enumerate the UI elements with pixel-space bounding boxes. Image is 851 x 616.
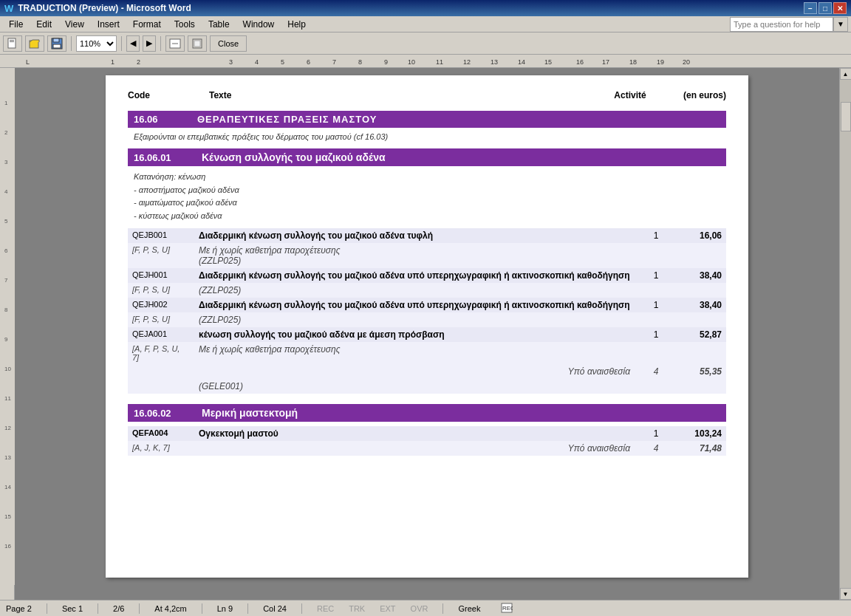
- row-activity: [638, 283, 674, 298]
- toolbar-new-button[interactable]: [3, 35, 22, 52]
- row-activity: 1: [638, 426, 674, 441]
- row-price: 103,24: [674, 426, 726, 441]
- row-code: QEJA001: [128, 327, 194, 342]
- row-text: Ογκεκτομή μαστού: [194, 426, 638, 441]
- scroll-up-button[interactable]: ▲: [840, 68, 852, 80]
- menubar: File Edit View Insert Format Tools Table…: [0, 16, 851, 32]
- scroll-track[interactable]: [840, 80, 852, 588]
- main-area: 1 2 3 4 5 6 7 8 9 10 11 12 13 14 15 16 C…: [0, 68, 851, 600]
- status-icon: REC: [501, 603, 513, 615]
- ruler-inner: L 1 2 3 4 5 6 7 8 9 10 11 12 13 14 15 16…: [22, 55, 840, 67]
- menu-help[interactable]: Help: [281, 18, 312, 31]
- svg-rect-0: [8, 38, 16, 48]
- table-row: [F, P, S, U] (ZZLP025): [128, 312, 726, 327]
- svg-text:20: 20: [683, 58, 690, 66]
- note-line-3: - αιματώματος μαζικού αδένα: [134, 196, 726, 210]
- zoom-select[interactable]: 110% 100% 75%: [76, 35, 117, 52]
- svg-rect-11: [22, 55, 840, 68]
- table-row: QEJA001 κένωση συλλογής του μαζικού αδέν…: [128, 327, 726, 342]
- menu-view[interactable]: View: [59, 18, 90, 31]
- svg-text:1: 1: [111, 58, 115, 66]
- scroll-down-button[interactable]: ▼: [840, 588, 852, 600]
- svg-rect-2: [10, 41, 14, 42]
- ruler: L 1 2 3 4 5 6 7 8 9 10 11 12 13 14 15 16…: [0, 55, 851, 68]
- toolbar-save-button[interactable]: [47, 35, 66, 52]
- svg-text:16: 16: [576, 58, 584, 66]
- menu-format[interactable]: Format: [127, 18, 167, 31]
- row-code: QEJB001: [128, 228, 194, 243]
- menu-insert[interactable]: Insert: [92, 18, 126, 31]
- note-line-4: - κύστεως μαζικού αδένα: [134, 210, 726, 223]
- table-row: (GELE001): [128, 379, 726, 394]
- help-input[interactable]: [730, 17, 833, 32]
- table-row: QEJH001 Διαδερμική κένωση συλλογής του μ…: [128, 268, 726, 283]
- sub-note: (ZZLP025): [199, 256, 633, 266]
- svg-text:4: 4: [255, 58, 259, 66]
- menu-window[interactable]: Window: [237, 18, 281, 31]
- help-dropdown-button[interactable]: ▼: [833, 17, 848, 32]
- row-text: Με ή χωρίς καθετήρα παροχέτευσης: [194, 342, 638, 364]
- note-line-1: Κατανόηση: κένωση: [134, 171, 726, 184]
- status-trk: TRK: [349, 604, 365, 613]
- table-row: QEJB001 Διαδερμική κένωση συλλογής του μ…: [128, 228, 726, 243]
- row-price: 55,35: [674, 364, 726, 379]
- menu-table[interactable]: Table: [202, 18, 236, 31]
- row-code: QEJH002: [128, 298, 194, 312]
- menu-tools[interactable]: Tools: [168, 18, 201, 31]
- menu-edit[interactable]: Edit: [30, 18, 58, 31]
- toolbar-shrink-button[interactable]: [165, 35, 185, 52]
- titlebar-title: TRADUCTION (Preview) - Microsoft Word: [18, 3, 191, 13]
- row-code: [128, 379, 194, 394]
- svg-text:8: 8: [4, 307, 8, 313]
- toolbar-open-button[interactable]: [25, 35, 44, 52]
- close-button[interactable]: ✕: [833, 2, 847, 14]
- row-code: [A, J, K, 7]: [128, 441, 194, 456]
- row-price: [674, 243, 726, 268]
- titlebar: W TRADUCTION (Preview) - Microsoft Word …: [0, 0, 851, 16]
- minimize-button[interactable]: −: [804, 2, 817, 14]
- row-price: [674, 379, 726, 394]
- svg-text:15: 15: [544, 58, 552, 66]
- svg-text:3: 3: [229, 58, 233, 66]
- status-sec: Sec 1: [62, 604, 83, 613]
- svg-text:19: 19: [657, 58, 664, 66]
- toolbar-next-button[interactable]: ▶: [143, 35, 156, 52]
- toolbar-close-button[interactable]: Close: [210, 35, 247, 52]
- row-activity: [638, 379, 674, 394]
- scrollbar[interactable]: ▲ ▼: [839, 68, 851, 600]
- svg-rect-33: [0, 68, 15, 585]
- row-price: [674, 312, 726, 327]
- section-title: ΘΕΡΑΠΕΥΤΙΚΕΣ ΠΡΑΞΕΙΣ ΜΑΣΤΟΥ: [197, 114, 377, 125]
- left-ruler: 1 2 3 4 5 6 7 8 9 10 11 12 13 14 15 16: [0, 68, 15, 600]
- header-code: Code: [128, 90, 209, 100]
- statusbar: Page 2 Sec 1 2/6 At 4,2cm Ln 9 Col 24 RE…: [0, 600, 851, 616]
- row-code: [A, F, P, S, U,7]: [128, 342, 194, 364]
- maximize-button[interactable]: □: [818, 2, 832, 14]
- toolbar-prev-button[interactable]: ◀: [126, 35, 140, 52]
- titlebar-controls[interactable]: − □ ✕: [804, 2, 847, 14]
- column-headers: Code Texte Activité (en euros): [128, 90, 726, 103]
- status-sep-1: [47, 603, 47, 614]
- row-price: 16,06: [674, 228, 726, 243]
- status-col: Col 24: [263, 604, 287, 613]
- toolbar-fullscreen-button[interactable]: [188, 35, 207, 52]
- status-at: At 4,2cm: [154, 604, 186, 613]
- menu-file[interactable]: File: [3, 18, 29, 31]
- svg-text:6: 6: [4, 247, 8, 254]
- row-price: [674, 342, 726, 364]
- note-line-2: - αποστήματος μαζικού αδένα: [134, 184, 726, 197]
- row-code: [F, P, S, U]: [128, 283, 194, 298]
- svg-text:14: 14: [4, 484, 11, 490]
- status-page: Page 2: [6, 604, 32, 613]
- word-logo-icon: W: [4, 3, 13, 14]
- svg-text:9: 9: [4, 336, 8, 343]
- scroll-thumb[interactable]: [841, 102, 851, 131]
- row-text: (GELE001): [194, 379, 638, 394]
- row-text: Διαδερμική κένωση συλλογής του μαζικού α…: [194, 228, 638, 243]
- row-code: [F, P, S, U]: [128, 312, 194, 327]
- svg-text:13: 13: [491, 58, 498, 66]
- toolbar-separator-3: [160, 36, 161, 51]
- svg-text:12: 12: [4, 425, 11, 431]
- status-rec: REC: [317, 604, 334, 613]
- svg-text:13: 13: [4, 454, 11, 461]
